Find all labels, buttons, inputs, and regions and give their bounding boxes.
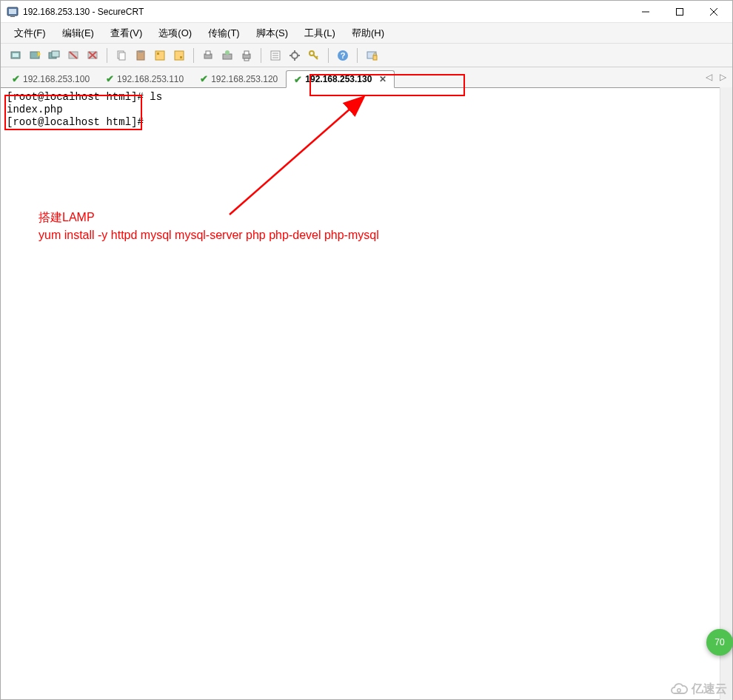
toolbar: ? [1, 44, 732, 67]
window-controls [629, 1, 731, 22]
tab-session-100[interactable]: ✔ 192.168.253.100 [4, 70, 98, 87]
svg-line-44 [316, 56, 318, 58]
svg-rect-1 [9, 9, 16, 14]
disconnect-icon[interactable] [66, 48, 81, 63]
watermark-text: 亿速云 [692, 682, 727, 697]
svg-rect-19 [119, 53, 125, 60]
titlebar: 192.168.253.130 - SecureCRT [1, 1, 732, 23]
cloud-icon [669, 683, 689, 696]
sessions-icon[interactable] [172, 48, 187, 63]
tab-label: 192.168.253.130 [305, 74, 372, 84]
svg-rect-4 [677, 8, 683, 15]
menubar: 文件(F) 编辑(E) 查看(V) 选项(O) 传输(T) 脚本(S) 工具(L… [1, 23, 732, 44]
window-title: 192.168.253.130 - SecureCRT [23, 7, 629, 17]
svg-point-29 [225, 50, 230, 55]
tab-session-120[interactable]: ✔ 192.168.253.120 [192, 70, 286, 87]
svg-rect-8 [13, 53, 19, 57]
annotation-text: 搭建LAMP yum install -y httpd mysql mysql-… [39, 209, 379, 244]
connect-icon[interactable] [8, 48, 23, 63]
tab-prev-icon[interactable]: ◁ [706, 72, 712, 82]
tab-next-icon[interactable]: ▷ [720, 72, 726, 82]
menu-edit[interactable]: 编辑(E) [55, 24, 101, 43]
menu-file[interactable]: 文件(F) [7, 24, 53, 43]
terminal-line: [root@localhost html]# ls [7, 91, 726, 104]
terminal[interactable]: [root@localhost html]# ls index.php [roo… [1, 88, 732, 699]
menu-tools[interactable]: 工具(L) [297, 24, 343, 43]
settings-icon[interactable] [287, 48, 302, 63]
terminal-line: index.php [7, 104, 726, 116]
app-icon [7, 6, 19, 18]
svg-rect-27 [206, 51, 210, 55]
app-window: 192.168.253.130 - SecureCRT 文件(F) 编辑(E) … [0, 0, 733, 700]
svg-rect-32 [244, 58, 249, 61]
badge-text: 70 [714, 637, 724, 647]
minimize-button[interactable] [629, 1, 663, 22]
close-button[interactable] [697, 1, 731, 22]
menu-script[interactable]: 脚本(S) [249, 24, 295, 43]
quick-connect-icon[interactable] [27, 48, 42, 63]
svg-rect-48 [373, 55, 377, 60]
svg-rect-24 [175, 51, 184, 60]
new-session-icon[interactable] [85, 48, 100, 63]
properties-icon[interactable] [268, 48, 283, 63]
toolbar-separator [193, 48, 194, 63]
tab-label: 192.168.253.120 [211, 74, 278, 84]
toolbar-separator [357, 48, 358, 63]
svg-rect-31 [244, 51, 249, 55]
svg-rect-28 [223, 54, 232, 59]
green-badge[interactable]: 70 [706, 629, 733, 656]
tabbar: ✔ 192.168.253.100 ✔ 192.168.253.110 ✔ 19… [1, 67, 732, 88]
svg-point-37 [292, 53, 298, 58]
annotation-line-1: 搭建LAMP [39, 209, 379, 226]
help-icon[interactable]: ? [335, 48, 350, 63]
find-icon[interactable] [153, 48, 167, 63]
copy-icon[interactable] [114, 48, 129, 63]
toolbar-separator [261, 48, 261, 63]
svg-rect-2 [10, 16, 15, 17]
tab-session-110[interactable]: ✔ 192.168.253.110 [98, 70, 192, 87]
toolbar-separator [107, 48, 107, 63]
svg-text:?: ? [341, 51, 346, 60]
svg-point-51 [677, 688, 680, 691]
menu-options[interactable]: 选项(O) [151, 24, 199, 43]
lock-session-icon[interactable] [364, 48, 379, 63]
tab-label: 192.168.253.110 [117, 74, 184, 84]
menu-view[interactable]: 查看(V) [103, 24, 150, 43]
svg-rect-12 [52, 51, 59, 57]
menu-transfer[interactable]: 传输(T) [201, 24, 247, 43]
log-icon[interactable] [220, 48, 235, 63]
svg-rect-22 [155, 51, 164, 60]
paste-icon[interactable] [133, 48, 148, 63]
terminal-line: [root@localhost html]# [7, 116, 726, 129]
maximize-button[interactable] [663, 1, 697, 22]
vertical-scrollbar[interactable] [720, 87, 732, 700]
toolbar-separator [328, 48, 329, 63]
save-icon[interactable] [239, 48, 254, 63]
check-icon: ✔ [200, 73, 208, 84]
reconnect-icon[interactable] [47, 48, 61, 63]
watermark: 亿速云 [669, 682, 727, 697]
tab-close-icon[interactable]: ✕ [379, 74, 386, 84]
check-icon: ✔ [12, 73, 20, 84]
svg-rect-23 [157, 53, 159, 55]
menu-help[interactable]: 帮助(H) [344, 24, 392, 43]
svg-rect-25 [180, 56, 182, 58]
check-icon: ✔ [106, 73, 114, 84]
print-icon[interactable] [201, 48, 215, 63]
tab-label: 192.168.253.100 [23, 74, 90, 84]
tab-session-130[interactable]: ✔ 192.168.253.130 ✕ [286, 70, 395, 88]
check-icon: ✔ [294, 74, 302, 85]
svg-rect-21 [138, 50, 143, 53]
tab-nav-arrows: ◁ ▷ [706, 72, 726, 82]
annotation-line-2: yum install -y httpd mysql mysql-server … [39, 226, 379, 244]
key-icon[interactable] [307, 48, 321, 63]
